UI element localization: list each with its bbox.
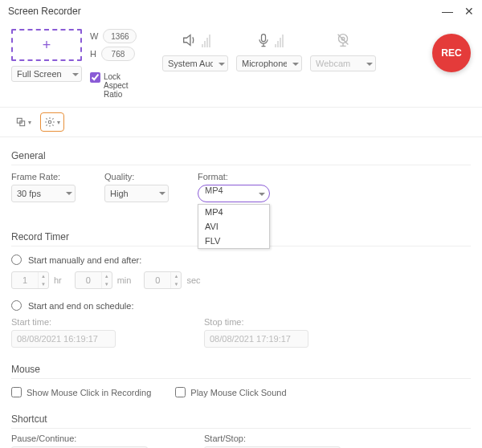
timer-schedule-radio[interactable]: Start and end on schedule: xyxy=(11,300,471,311)
timer-duration-controls: ▲▼ hr ▲▼ min ▲▼ sec xyxy=(11,271,471,289)
title-bar: Screen Recorder — ✕ xyxy=(0,0,482,22)
hours-spinner[interactable]: ▲▼ xyxy=(11,271,49,289)
webcam-select[interactable]: Webcam xyxy=(310,55,376,71)
height-label: H xyxy=(90,49,96,59)
frame-rate-select[interactable]: 30 fps xyxy=(11,185,76,202)
quality-select[interactable]: High xyxy=(104,185,169,202)
format-dropdown: MP4 AVI FLV xyxy=(198,204,270,249)
timer-manual-radio[interactable]: Start manually and end after: xyxy=(11,255,471,265)
section-mouse: Mouse xyxy=(11,359,471,379)
frame-rate-label: Frame Rate: xyxy=(11,172,92,181)
app-title: Screen Recorder xyxy=(8,6,81,17)
device-selectors: System Audio Microphone Webcam REC xyxy=(154,29,471,72)
dimensions: W H Lock Aspect Ratio xyxy=(90,29,146,99)
height-input[interactable] xyxy=(101,47,135,61)
capture-area-controls: + Full Screen xyxy=(11,29,82,82)
format-label: Format: xyxy=(198,172,310,181)
start-time-label: Start time: xyxy=(11,317,172,327)
format-select[interactable]: MP4 xyxy=(198,185,270,202)
play-mouse-sound-checkbox[interactable]: Play Mouse Click Sound xyxy=(175,387,286,397)
close-icon[interactable]: ✕ xyxy=(464,5,474,18)
minimize-icon[interactable]: — xyxy=(442,5,453,18)
section-shortcut: Shortcut xyxy=(11,409,471,429)
chevron-down-icon: ▾ xyxy=(57,119,60,126)
section-general: General xyxy=(11,145,471,165)
stop-time-label: Stop time: xyxy=(204,317,365,327)
show-mouse-click-checkbox[interactable]: Show Mouse Click in Recording xyxy=(11,387,151,397)
quality-label: Quality: xyxy=(104,172,185,181)
record-button[interactable]: REC xyxy=(432,34,471,72)
settings-tool-button[interactable]: ▾ xyxy=(40,112,64,132)
svg-point-6 xyxy=(48,120,51,124)
lock-aspect-checkbox[interactable]: Lock Aspect Ratio xyxy=(90,72,146,99)
pause-shortcut-label: Pause/Continue: xyxy=(11,434,172,443)
capture-mode-select[interactable]: Full Screen xyxy=(11,66,82,82)
stop-time-input[interactable] xyxy=(204,330,308,348)
start-time-input[interactable] xyxy=(11,330,116,348)
seconds-spinner[interactable]: ▲▼ xyxy=(144,271,182,289)
microphone-select[interactable]: Microphone xyxy=(236,55,302,71)
microphone-icon xyxy=(255,30,284,51)
screenshot-tool-button[interactable]: ▾ xyxy=(11,112,35,132)
format-option[interactable]: FLV xyxy=(198,234,269,248)
toolbar: + Full Screen W H Lock Aspect Ratio Syst… xyxy=(0,22,482,108)
width-input[interactable] xyxy=(103,29,137,43)
svg-rect-4 xyxy=(17,118,22,123)
window-controls: — ✕ xyxy=(442,5,474,18)
startstop-shortcut-label: Start/Stop: xyxy=(204,434,365,443)
speaker-icon xyxy=(181,30,210,51)
svg-rect-5 xyxy=(20,121,25,126)
chevron-down-icon: ▾ xyxy=(28,119,31,126)
webcam-icon xyxy=(334,30,352,51)
system-audio-select[interactable]: System Audio xyxy=(162,55,228,71)
minutes-spinner[interactable]: ▲▼ xyxy=(75,271,112,289)
width-label: W xyxy=(90,31,98,41)
toolstrip: ▾ ▾ xyxy=(0,108,482,137)
format-option[interactable]: AVI xyxy=(198,219,269,234)
format-option[interactable]: MP4 xyxy=(198,205,269,219)
capture-region-button[interactable]: + xyxy=(11,29,82,61)
svg-rect-0 xyxy=(261,35,265,42)
settings-panel: General Frame Rate: 30 fps Quality: High… xyxy=(0,137,482,448)
